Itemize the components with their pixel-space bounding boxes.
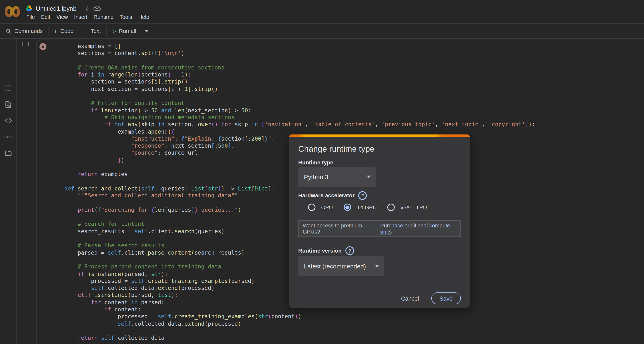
code-icon <box>4 117 12 124</box>
radio-v5e-1-tpu[interactable]: v5e-1 TPU <box>388 204 427 211</box>
search-icon <box>6 28 12 34</box>
runtime-type-select[interactable]: Python 3 <box>298 167 376 187</box>
add-code-label: Code <box>60 28 74 34</box>
sidebar-item-table-of-contents[interactable] <box>0 80 16 96</box>
radio-label: T4 GPU <box>357 204 377 210</box>
cloud-save-icon[interactable] <box>93 5 101 12</box>
dialog-accent-bar <box>289 134 470 137</box>
add-code-button[interactable]: + Code <box>54 28 74 35</box>
radio-unselected-icon[interactable] <box>388 204 395 211</box>
radio-selected-icon[interactable] <box>344 204 351 211</box>
change-runtime-dialog: Change runtime type Runtime type Python … <box>289 134 470 308</box>
premium-gpu-banner: Want access to premium GPUs? Purchase ad… <box>298 220 461 237</box>
accelerator-radio-group: CPUT4 GPUv5e-1 TPU <box>308 204 427 211</box>
cancel-button[interactable]: Cancel <box>401 295 419 302</box>
radio-label: v5e-1 TPU <box>400 204 427 210</box>
menu-view[interactable]: View <box>56 14 68 20</box>
chevron-down-icon <box>375 265 379 267</box>
sidebar-item-secrets[interactable] <box>0 129 16 145</box>
left-sidebar <box>0 39 17 344</box>
star-icon[interactable]: ☆ <box>85 4 90 12</box>
plus-icon: + <box>84 28 88 35</box>
runtime-type-value: Python 3 <box>304 173 328 180</box>
drive-icon <box>26 4 32 12</box>
menu-file[interactable]: File <box>26 14 35 20</box>
plus-icon: + <box>54 28 58 35</box>
accelerator-label: Hardware accelerator <box>298 193 355 199</box>
menu-insert[interactable]: Insert <box>74 14 87 20</box>
run-all-options-caret[interactable] <box>144 30 148 32</box>
runtime-version-value: Latest (recommended) <box>304 263 366 270</box>
menubar: FileEditViewInsertRuntimeToolsHelp <box>26 14 149 20</box>
runtime-version-select[interactable]: Latest (recommended) <box>298 256 384 276</box>
notebook-title[interactable]: Untitled1.ipynb <box>36 5 76 12</box>
runtime-type-label: Runtime type <box>298 160 333 166</box>
radio-cpu[interactable]: CPU <box>308 204 333 211</box>
add-text-label: Text <box>91 28 101 34</box>
colab-app: Untitled1.ipynb ☆ FileEditViewInsertRunt… <box>0 0 644 344</box>
premium-gpu-text: Want access to premium GPUs? <box>302 222 378 235</box>
key-icon <box>4 133 12 141</box>
purchase-compute-units-link[interactable]: Purchase additional compute units <box>380 222 460 235</box>
play-outline-icon: ▷ <box>112 28 116 34</box>
colab-logo[interactable] <box>4 4 23 19</box>
radio-label: CPU <box>321 204 333 210</box>
cell-execution-marker: [ ] <box>22 41 30 46</box>
radio-t4-gpu[interactable]: T4 GPU <box>344 204 377 211</box>
toolbar-divider <box>48 26 48 36</box>
find-in-document-icon <box>4 101 12 108</box>
accelerator-help-icon[interactable]: ? <box>358 191 367 200</box>
colab-logo-ring-right <box>12 6 20 17</box>
menu-help[interactable]: Help <box>138 14 149 20</box>
run-all-label: Run all <box>119 28 136 34</box>
folder-icon <box>4 150 12 157</box>
app-header: Untitled1.ipynb ☆ FileEditViewInsertRunt… <box>0 0 644 24</box>
menu-tools[interactable]: Tools <box>120 14 132 20</box>
menu-edit[interactable]: Edit <box>41 14 50 20</box>
run-all-button[interactable]: ▷ Run all <box>112 28 136 34</box>
table-of-contents-icon <box>4 84 12 92</box>
toolbar-divider <box>106 26 107 36</box>
commands-label: Commands <box>14 28 43 34</box>
run-cell-button[interactable] <box>40 43 46 50</box>
commands-button[interactable]: Commands <box>6 28 43 34</box>
runtime-version-label: Runtime version <box>298 248 342 254</box>
dialog-title: Change runtime type <box>298 144 374 154</box>
runtime-version-help-icon[interactable]: ? <box>345 246 354 255</box>
sidebar-item-files[interactable] <box>0 145 16 162</box>
radio-unselected-icon[interactable] <box>308 204 315 211</box>
save-button[interactable]: Save <box>431 292 461 304</box>
sidebar-item-find-replace[interactable] <box>0 96 16 113</box>
menu-runtime[interactable]: Runtime <box>94 14 114 20</box>
chevron-down-icon <box>367 176 371 178</box>
toolbar: Commands + Code + Text ▷ Run all <box>0 24 644 39</box>
sidebar-item-code-snippets[interactable] <box>0 112 16 129</box>
add-text-button[interactable]: + Text <box>84 28 101 35</box>
